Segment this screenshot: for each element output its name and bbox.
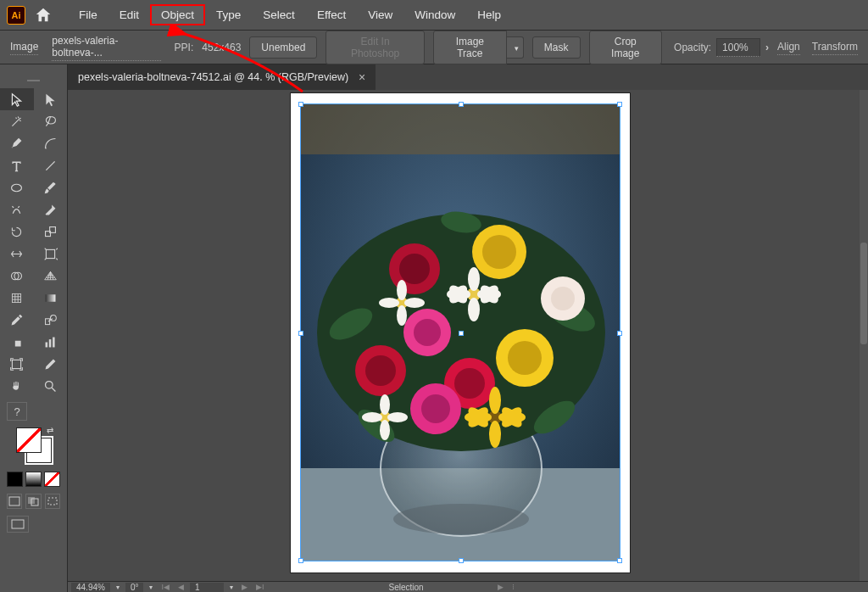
align-panel-toggle[interactable]: Align <box>777 39 800 55</box>
mesh-tool[interactable] <box>0 287 34 309</box>
placed-image[interactable] <box>300 103 620 561</box>
unembed-button[interactable]: Unembed <box>249 36 317 59</box>
selection-tool[interactable] <box>0 88 34 110</box>
artboard-number[interactable]: 1 <box>190 583 224 592</box>
fill-stroke-control[interactable]: ⇄ <box>14 426 53 465</box>
menu-window[interactable]: Window <box>403 4 466 25</box>
menu-view[interactable]: View <box>357 4 403 25</box>
svg-point-44 <box>551 287 575 310</box>
vertical-scrollbar[interactable] <box>860 90 868 581</box>
draw-normal[interactable] <box>7 494 22 509</box>
rotation-value[interactable]: 0° <box>125 583 144 592</box>
svg-point-42 <box>454 368 485 399</box>
swap-fill-stroke-icon[interactable]: ⇄ <box>47 426 53 435</box>
draw-inside[interactable] <box>45 494 60 509</box>
menu-select[interactable]: Select <box>252 4 306 25</box>
svg-point-14 <box>45 381 53 388</box>
status-play-icon[interactable]: ▶ <box>495 583 506 591</box>
context-label[interactable]: Image <box>10 39 38 55</box>
pen-tool[interactable] <box>0 132 34 154</box>
eyedropper-tool[interactable] <box>0 309 34 331</box>
magic-wand-tool[interactable] <box>0 110 34 132</box>
toolbox-grip[interactable] <box>27 80 40 81</box>
document-tab-title: pexels-valeria-boltneva-74512.ai @ 44. %… <box>78 71 348 83</box>
svg-rect-11 <box>49 339 52 347</box>
document-tab[interactable]: pexels-valeria-boltneva-74512.ai @ 44. %… <box>68 64 376 90</box>
svg-point-49 <box>468 298 480 321</box>
home-icon[interactable] <box>34 6 53 25</box>
svg-point-48 <box>468 267 480 291</box>
artboard-last-icon[interactable]: ▶I <box>253 583 267 591</box>
artboard-dropdown-icon[interactable]: ▾ <box>227 584 236 591</box>
rotation-dropdown-icon[interactable]: ▾ <box>147 584 155 591</box>
scrollbar-thumb[interactable] <box>860 243 867 344</box>
paintbrush-tool[interactable] <box>34 176 68 198</box>
hand-tool[interactable] <box>0 375 34 397</box>
edit-toolbar-button[interactable]: ? <box>7 402 27 421</box>
svg-point-67 <box>489 387 501 414</box>
rotate-tool[interactable] <box>0 221 34 243</box>
zoom-tool[interactable] <box>34 375 68 397</box>
svg-point-9 <box>50 315 56 321</box>
svg-point-60 <box>404 298 425 308</box>
menu-file[interactable]: File <box>68 4 108 25</box>
zoom-dropdown-icon[interactable]: ▾ <box>114 584 122 591</box>
status-selection-label: Selection <box>389 583 424 592</box>
chevron-right-icon[interactable]: › <box>765 42 769 53</box>
image-trace-dropdown[interactable]: ▾ <box>507 36 524 59</box>
chevron-down-icon: ▾ <box>515 44 519 53</box>
mask-button[interactable]: Mask <box>532 36 581 59</box>
svg-point-65 <box>387 412 408 422</box>
linked-file-name[interactable]: pexels-valeria-boltneva-... <box>52 33 160 61</box>
perspective-grid-tool[interactable] <box>34 265 68 287</box>
svg-rect-18 <box>48 498 57 505</box>
shape-builder-tool[interactable] <box>0 265 34 287</box>
menu-object[interactable]: Object <box>150 4 205 25</box>
menu-effect[interactable]: Effect <box>306 4 357 25</box>
transform-panel-toggle[interactable]: Transform <box>812 39 858 55</box>
screen-mode-button[interactable] <box>7 516 29 533</box>
column-graph-tool[interactable] <box>34 331 68 353</box>
free-transform-tool[interactable] <box>34 243 68 265</box>
artboard-next-icon[interactable]: ▶ <box>239 583 250 591</box>
opacity-value[interactable]: 100% <box>716 38 760 57</box>
ellipse-tool[interactable] <box>0 176 34 198</box>
blend-tool[interactable] <box>34 309 68 331</box>
type-tool[interactable] <box>0 154 34 176</box>
draw-behind[interactable] <box>25 494 41 509</box>
lasso-tool[interactable] <box>34 110 68 132</box>
symbol-sprayer-tool[interactable] <box>0 331 34 353</box>
menu-type[interactable]: Type <box>205 4 252 25</box>
artboard-tool[interactable] <box>0 353 34 375</box>
zoom-level[interactable]: 44.94% <box>71 583 110 592</box>
width-tool[interactable] <box>0 243 34 265</box>
close-icon[interactable]: × <box>359 70 365 84</box>
canvas[interactable] <box>68 90 860 581</box>
image-trace-button[interactable]: Image Trace <box>433 31 507 64</box>
menu-help[interactable]: Help <box>466 4 512 25</box>
curvature-tool[interactable] <box>34 132 68 154</box>
color-mode-none[interactable] <box>44 472 60 487</box>
line-tool[interactable] <box>34 154 68 176</box>
eraser-tool[interactable] <box>34 198 68 221</box>
svg-rect-3 <box>46 249 54 258</box>
color-mode-solid[interactable] <box>7 472 23 487</box>
direct-selection-tool[interactable] <box>34 88 68 110</box>
status-grip-icon[interactable]: ⁝ <box>509 583 517 591</box>
slice-tool[interactable] <box>34 353 68 375</box>
shaper-tool[interactable] <box>0 198 34 221</box>
artboard-prev-icon[interactable]: ◀ <box>175 583 186 591</box>
svg-point-64 <box>362 412 382 422</box>
artboard-first-icon[interactable]: I◀ <box>159 583 172 591</box>
draw-mode-row <box>0 492 67 511</box>
color-mode-gradient[interactable] <box>25 472 42 487</box>
toolbox: ? ⇄ <box>0 64 68 592</box>
fill-swatch[interactable] <box>16 427 42 453</box>
svg-rect-8 <box>45 318 49 324</box>
app-logo-icon[interactable]: Ai <box>7 6 25 25</box>
crop-image-button[interactable]: Crop Image <box>589 31 663 64</box>
menu-edit[interactable]: Edit <box>108 4 150 25</box>
scale-tool[interactable] <box>34 221 68 243</box>
svg-point-58 <box>397 305 407 326</box>
gradient-tool[interactable] <box>34 287 68 309</box>
